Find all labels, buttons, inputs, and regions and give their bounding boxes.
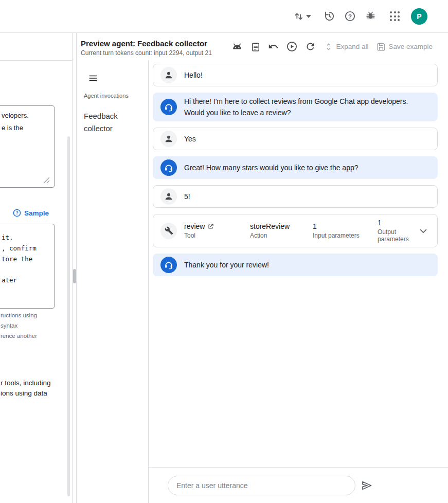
svg-text:?: ?	[15, 210, 18, 215]
left-panel-divider	[0, 60, 72, 61]
sample-link[interactable]: ? Sample	[13, 209, 49, 217]
undo-icon	[268, 41, 279, 52]
textarea-resize-gripper[interactable]	[43, 177, 50, 184]
panel-divider	[72, 33, 73, 503]
tool-name[interactable]: review	[184, 222, 205, 230]
conversation-list: Hello!	[149, 60, 448, 467]
tool-input-sublabel: Input parameters	[313, 232, 370, 239]
chat-column: Hello!	[149, 60, 448, 503]
agent-settings-panel: velopers. e is the ? Sample it. , confir…	[0, 33, 72, 503]
user-avatar	[160, 131, 177, 147]
preview-toolbar: Expand all Save example	[224, 41, 448, 53]
save-example-button[interactable]: Save example	[377, 42, 433, 51]
user-avatar	[160, 188, 177, 205]
user-avatar	[160, 67, 177, 83]
instructions-hint-fragment: rence another	[1, 333, 37, 339]
person-icon	[164, 191, 174, 202]
transcript-button[interactable]	[250, 42, 261, 52]
sort-arrows-icon	[293, 11, 304, 22]
agent-bot-button[interactable]	[231, 41, 243, 53]
tool-name-sublabel: Tool	[184, 232, 243, 239]
menu-button[interactable]	[88, 74, 98, 83]
tool-input-count: 1	[313, 222, 370, 230]
agent-avatar	[160, 159, 177, 176]
bug-report-button[interactable]	[365, 10, 377, 22]
utterance-input[interactable]	[168, 476, 355, 495]
instructions-fragment: it.	[2, 233, 13, 241]
message-text: Hello!	[184, 69, 203, 81]
tools-paragraph-fragment: r tools, including	[1, 379, 51, 387]
send-icon	[361, 479, 373, 492]
apps-grid-icon	[390, 11, 400, 21]
user-message: 5!	[153, 185, 438, 208]
global-topbar: ? P	[0, 0, 448, 33]
restart-button[interactable]	[305, 41, 316, 52]
account-avatar[interactable]: P	[411, 8, 427, 25]
save-icon	[377, 42, 386, 51]
headset-icon	[164, 260, 174, 270]
page-title: Preview agent: Feedback collector	[81, 39, 212, 48]
agent-message: Hi there! I'm here to collect reviews fr…	[153, 93, 438, 121]
hamburger-icon	[88, 74, 98, 83]
help-icon: ?	[344, 10, 356, 22]
clipboard-icon	[250, 42, 261, 52]
history-icon	[324, 10, 335, 22]
left-panel-scrollbar[interactable]	[67, 136, 70, 496]
chevron-down-icon	[418, 225, 429, 237]
tools-paragraph-fragment: ions using data	[1, 389, 47, 397]
instructions-fragment: tore the	[2, 255, 32, 263]
tool-avatar	[160, 223, 177, 239]
sidebar-item-feedback-collector[interactable]: Feedback collector	[84, 110, 137, 135]
preview-header: Preview agent: Feedback collector Curren…	[77, 33, 448, 60]
send-button[interactable]	[361, 479, 373, 492]
tool-invocation-card[interactable]: review Tool store	[153, 214, 438, 247]
message-text: Thank you for your review!	[184, 259, 269, 271]
tool-input-column: 1 Input parameters	[313, 222, 370, 239]
user-message: Yes	[153, 128, 438, 150]
sort-arrows-button[interactable]	[293, 11, 311, 22]
play-button[interactable]	[286, 41, 298, 52]
agent-avatar	[160, 257, 177, 273]
app-root: ? P velopers. e is the	[0, 0, 448, 503]
message-text: Hi there! I'm here to collect reviews fr…	[184, 96, 429, 118]
history-button[interactable]	[324, 10, 335, 22]
instructions-hint-fragment: ructions using	[1, 312, 37, 318]
preview-title-block: Preview agent: Feedback collector Curren…	[81, 37, 212, 57]
tool-action-name: storeReview	[250, 222, 306, 230]
tool-action-column: storeReview Action	[250, 222, 306, 239]
agent-message: Great! How many stars would you like to …	[153, 156, 438, 179]
message-text: Great! How many stars would you like to …	[184, 162, 359, 173]
help-button[interactable]: ?	[344, 10, 356, 22]
agent-avatar	[160, 99, 177, 115]
headset-icon	[164, 102, 174, 112]
person-icon	[164, 70, 174, 80]
expand-all-label: Expand all	[336, 43, 368, 50]
expand-tool-button[interactable]	[418, 225, 429, 237]
preview-body: Agent invocations Feedback collector	[77, 60, 448, 503]
unfold-more-icon	[324, 42, 333, 51]
utterance-input-bar	[149, 467, 448, 503]
tool-output-column: 1 Output parameters	[378, 219, 410, 243]
tool-output-sublabel: Output parameters	[378, 228, 410, 243]
help-circle-icon: ?	[13, 209, 21, 217]
tool-name-column: review Tool	[184, 222, 243, 239]
instructions-hint-fragment: syntax	[1, 322, 17, 329]
message-text: Yes	[184, 133, 196, 145]
sample-link-label: Sample	[24, 209, 49, 217]
expand-all-button[interactable]: Expand all	[324, 42, 368, 51]
open-in-new-icon[interactable]	[207, 223, 214, 230]
instructions-fragment: , confirm	[2, 244, 37, 252]
agent-message: Thank you for your review!	[153, 254, 438, 276]
agent-invocations-label: Agent invocations	[84, 93, 148, 99]
undo-button[interactable]	[268, 41, 279, 52]
headset-icon	[164, 163, 174, 173]
tool-icon	[165, 226, 173, 235]
tool-output-count: 1	[378, 219, 410, 227]
apps-grid-button[interactable]	[390, 11, 400, 21]
play-circle-icon	[286, 41, 298, 52]
message-text: 5!	[184, 191, 190, 202]
panel-resize-handle[interactable]	[73, 269, 76, 283]
tool-action-sublabel: Action	[250, 232, 306, 239]
invocations-sidebar: Agent invocations Feedback collector	[77, 60, 149, 503]
person-icon	[164, 134, 174, 144]
